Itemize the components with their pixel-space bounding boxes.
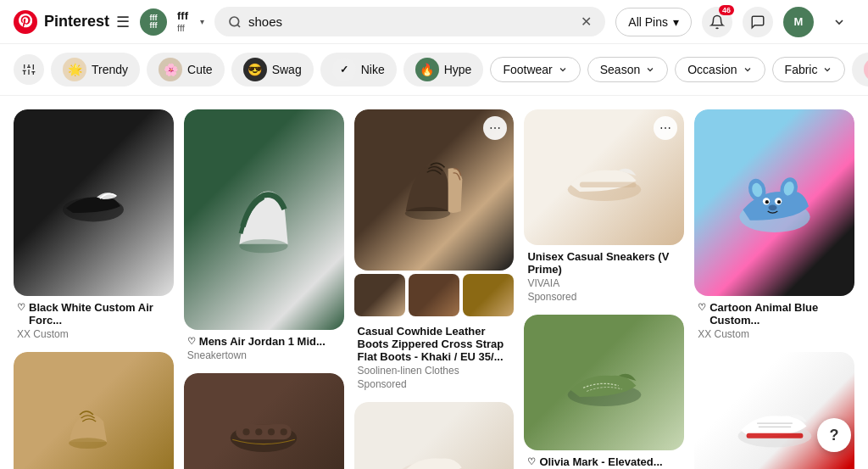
user-avatar-small[interactable]: ffffff [140,8,167,36]
pin-card[interactable] [354,402,515,469]
filter-chip-fabric[interactable]: Fabric [772,57,846,82]
pin-subtitle: VIVAIA [527,277,681,289]
pin-card[interactable]: ⋯ Casual Cowhide Leather Boots Zippered … [354,109,515,392]
user-name-bot: fff [177,23,188,34]
bell-icon [709,14,725,30]
user-name-area[interactable]: fff fff [177,9,188,34]
brand-name-label: Pinterest [44,13,109,31]
svg-point-20 [405,207,450,220]
user-profile-button[interactable]: M [783,7,814,37]
search-clear-button[interactable]: ✕ [581,14,592,30]
footwear-chevron-icon [558,64,568,75]
filter-chip-season[interactable]: Season [587,57,668,82]
heart-outline-icon: ♡ [187,336,196,347]
footwear-label: Footwear [503,63,552,76]
pin-info: ♡ Olivia Mark - Elevated... [524,450,684,469]
hamburger-icon[interactable]: ☰ [116,13,130,31]
pin-info: Unisex Casual Sneakers (V Prime) VIVAIA … [524,245,684,304]
sliders-icon [22,63,36,76]
pin-image [14,352,174,469]
fabric-label: Fabric [785,63,818,76]
pin-image [14,109,174,296]
pin-title: ♡ Cartoon Animal Blue Custom... [698,301,851,327]
pin-subtitle: Sneakertown [187,349,341,361]
pin-card[interactable]: ⋯ Unisex Casual Sneakers (V Prime) VIVAI… [524,109,684,304]
collection-thumb [354,274,405,316]
svg-point-12 [70,438,108,449]
user-dropdown-chevron[interactable]: ▾ [200,17,204,26]
pin-image: ⋯ [354,109,515,271]
more-options-button[interactable] [824,7,854,37]
pin-title: Unisex Casual Sneakers (V Prime) [527,250,681,276]
notification-badge: 46 [719,5,734,15]
svg-point-17 [255,428,262,435]
pin-collection [354,271,515,320]
pin-sponsored-label: Sponsored [527,291,681,303]
search-input[interactable] [248,14,574,29]
filter-chip-swag[interactable]: 😎 Swag [231,53,314,87]
pin-card[interactable] [14,352,174,469]
pin-subtitle: XX Custom [17,328,170,340]
user-name-top: fff [177,9,188,23]
heart-outline-icon: ♡ [17,302,25,313]
collection-thumb [409,274,459,316]
pin-card[interactable]: ♡ Black White Custom Air Forc... XX Cust… [14,109,174,342]
filter-chip-occasion[interactable]: Occasion [675,57,765,82]
pin-title: Casual Cowhide Leather Boots Zippered Cr… [358,325,511,363]
pin-subtitle: XX Custom [698,328,851,340]
pin-title: ♡ Olivia Mark - Elevated... [527,455,681,468]
svg-point-16 [243,428,250,435]
filter-chip-girly[interactable]: 👧 Girly [852,53,868,87]
svg-point-35 [768,205,776,211]
all-pins-button[interactable]: All Pins ▾ [615,8,692,36]
pin-card[interactable] [184,373,344,469]
svg-rect-37 [746,433,803,438]
pin-more-button[interactable]: ⋯ [483,116,507,140]
heart-outline-icon: ♡ [527,456,536,467]
notifications-button[interactable]: 46 [702,7,732,37]
messages-button[interactable] [743,7,773,37]
pin-card[interactable]: ♡ Mens Air Jordan 1 Mid... Sneakertown [184,109,344,363]
filter-chip-trendy[interactable]: 🌟 Trendy [51,53,140,87]
pin-info: ♡ Black White Custom Air Forc... XX Cust… [14,296,174,342]
help-button[interactable]: ? [817,418,851,452]
trendy-label: Trendy [92,63,128,76]
search-bar: ✕ [214,7,605,36]
filter-chip-nike[interactable]: ✓ Nike [320,53,397,87]
pinterest-logo-icon[interactable] [14,10,37,34]
pin-image [694,109,854,296]
filter-chip-footwear[interactable]: Footwear [490,57,580,82]
logo-area[interactable]: Pinterest ☰ [14,10,130,34]
pin-card[interactable]: ♡ Olivia Mark - Elevated... [524,315,684,469]
help-label: ? [830,427,839,444]
season-chevron-icon [645,64,655,75]
collection-thumb [463,274,514,316]
user-initials: ffffff [150,14,158,30]
occasion-chevron-icon [743,64,753,75]
heart-outline-icon: ♡ [698,302,706,313]
svg-point-0 [230,17,239,26]
pin-image: ⋯ [524,109,684,245]
pin-image [184,373,344,469]
svg-point-13 [240,239,288,253]
filter-settings-button[interactable] [14,54,44,85]
pin-more-button[interactable]: ⋯ [654,116,677,140]
pin-card[interactable]: ♡ Cartoon Animal Blue Custom... XX Custo… [694,109,854,342]
season-label: Season [600,63,640,76]
occasion-label: Occasion [687,63,737,76]
swag-avatar: 😎 [243,58,267,81]
app-header: Pinterest ☰ ffffff fff fff ▾ ✕ All Pins … [0,0,868,44]
message-icon [750,14,765,30]
pin-info: Casual Cowhide Leather Boots Zippered Cr… [354,320,515,392]
filter-chip-cute[interactable]: 🌸 Cute [147,53,225,87]
pin-info: ♡ Cartoon Animal Blue Custom... XX Custo… [694,296,854,342]
svg-rect-24 [580,181,637,187]
svg-point-34 [776,200,780,204]
svg-point-18 [268,428,275,435]
pin-image [354,402,515,469]
search-icon [228,15,242,29]
chevron-down-icon [832,15,846,29]
pin-subtitle: Soolinen-linen Clothes [358,365,511,377]
girly-avatar: 👧 [864,58,868,81]
filter-chip-hype[interactable]: 🔥 Hype [403,53,484,87]
